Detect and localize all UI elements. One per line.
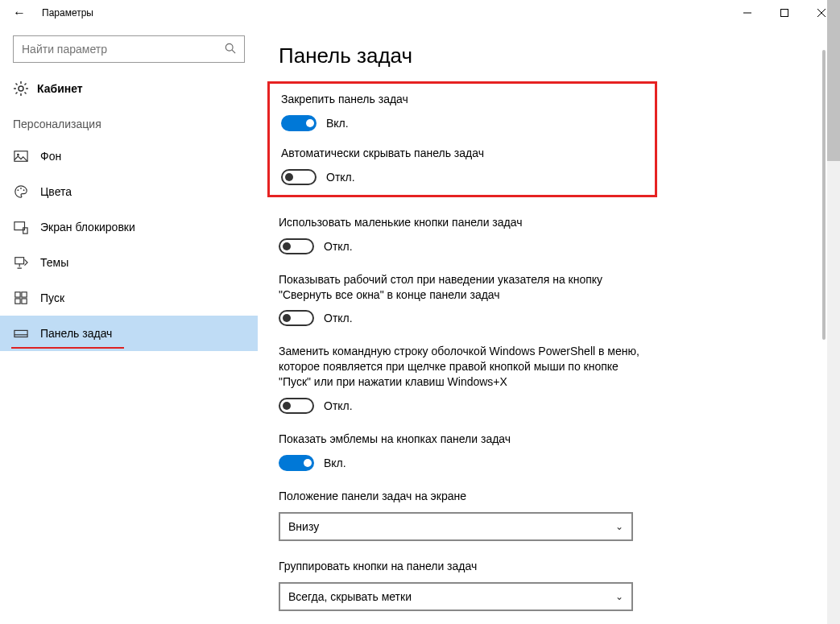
category-label: Персонализация xyxy=(0,110,258,138)
svg-rect-15 xyxy=(15,292,20,297)
svg-rect-16 xyxy=(22,292,27,297)
setting-label-powershell: Заменить командную строку оболочкой Wind… xyxy=(279,344,649,390)
setting-label-combine: Группировать кнопки на панели задач xyxy=(279,559,649,574)
dropdown-combine[interactable]: Всегда, скрывать метки ⌄ xyxy=(279,582,633,611)
back-button[interactable]: ← xyxy=(6,6,32,20)
highlight-box: Закрепить панель задач Вкл. Автоматическ… xyxy=(267,81,657,197)
toggle-state: Откл. xyxy=(326,171,355,184)
svg-point-11 xyxy=(23,189,25,191)
setting-label-lock: Закрепить панель задач xyxy=(281,92,643,107)
svg-rect-1 xyxy=(781,10,788,17)
search-box[interactable] xyxy=(13,35,245,63)
lockscreen-icon xyxy=(13,219,29,235)
chevron-down-icon: ⌄ xyxy=(615,521,623,532)
toggle-lock[interactable] xyxy=(281,115,317,131)
window-title: Параметры xyxy=(42,7,93,19)
sidebar: Кабинет Персонализация Фон Цвета Экран б… xyxy=(0,26,258,624)
sidebar-item-taskbar[interactable]: Панель задач xyxy=(0,316,258,351)
window-scrollbar-track[interactable] xyxy=(827,0,840,624)
sidebar-item-label: Темы xyxy=(40,256,68,269)
toggle-state: Откл. xyxy=(324,312,353,324)
sidebar-item-colors[interactable]: Цвета xyxy=(0,174,258,209)
svg-line-5 xyxy=(232,50,235,53)
dropdown-value: Всегда, скрывать метки xyxy=(288,590,412,603)
sidebar-item-label: Панель задач xyxy=(40,327,112,340)
page-title: Панель задач xyxy=(279,43,824,68)
setting-label-position: Положение панели задач на экране xyxy=(279,489,649,504)
highlight-underline xyxy=(11,347,124,349)
minimize-button[interactable] xyxy=(729,0,766,26)
sidebar-item-lockscreen[interactable]: Экран блокировки xyxy=(0,209,258,245)
toggle-state: Откл. xyxy=(324,240,353,253)
toggle-powershell[interactable] xyxy=(279,398,314,414)
window-scrollbar-thumb[interactable] xyxy=(827,0,840,161)
maximize-button[interactable] xyxy=(766,0,803,26)
toggle-state: Вкл. xyxy=(324,457,346,469)
themes-icon xyxy=(13,254,29,271)
svg-point-9 xyxy=(18,189,19,191)
setting-label-smallbuttons: Использовать маленькие кнопки панели зад… xyxy=(279,215,649,230)
toggle-state: Откл. xyxy=(324,399,353,412)
dropdown-position[interactable]: Внизу ⌄ xyxy=(279,512,633,541)
content-scrollbar[interactable] xyxy=(816,26,826,624)
setting-label-peek: Показывать рабочий стол при наведении ук… xyxy=(279,272,649,303)
svg-point-10 xyxy=(20,188,22,189)
svg-rect-18 xyxy=(22,299,27,304)
svg-rect-19 xyxy=(14,330,27,337)
svg-point-8 xyxy=(17,154,19,156)
sidebar-item-start[interactable]: Пуск xyxy=(0,280,258,316)
svg-point-6 xyxy=(19,86,23,91)
toggle-peek[interactable] xyxy=(279,310,314,326)
search-input[interactable] xyxy=(22,43,225,56)
sidebar-item-background[interactable]: Фон xyxy=(0,138,258,174)
palette-icon xyxy=(13,184,29,200)
setting-label-badges: Показать эмблемы на кнопках панели задач xyxy=(279,432,649,447)
home-link[interactable]: Кабинет xyxy=(0,77,258,110)
sidebar-item-label: Пуск xyxy=(40,291,64,304)
svg-rect-13 xyxy=(23,228,27,233)
dropdown-value: Внизу xyxy=(288,520,319,533)
svg-point-4 xyxy=(226,43,233,51)
search-icon xyxy=(225,43,236,56)
content-area: Панель задач Закрепить панель задач Вкл.… xyxy=(258,26,840,624)
svg-rect-17 xyxy=(15,299,20,304)
toggle-smallbuttons[interactable] xyxy=(279,238,314,254)
sidebar-item-label: Цвета xyxy=(40,185,72,198)
home-label: Кабинет xyxy=(37,82,83,95)
toggle-state: Вкл. xyxy=(326,117,349,130)
toggle-badges[interactable] xyxy=(279,455,314,471)
image-icon xyxy=(13,148,29,164)
svg-rect-14 xyxy=(15,258,24,264)
sidebar-item-themes[interactable]: Темы xyxy=(0,245,258,280)
sidebar-item-label: Фон xyxy=(40,150,61,163)
gear-icon xyxy=(13,81,29,97)
setting-label-autohide: Автоматически скрывать панель задач xyxy=(281,146,643,161)
taskbar-icon xyxy=(13,325,29,341)
toggle-autohide[interactable] xyxy=(281,169,317,185)
sidebar-item-label: Экран блокировки xyxy=(40,221,135,233)
chevron-down-icon: ⌄ xyxy=(615,591,623,602)
start-icon xyxy=(13,290,29,306)
